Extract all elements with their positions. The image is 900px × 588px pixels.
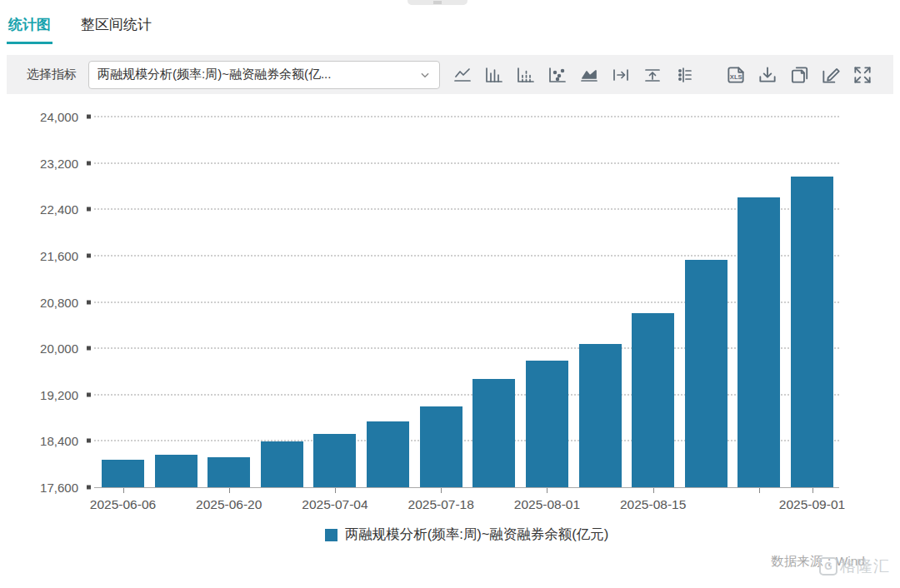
gridline — [94, 301, 839, 303]
bar[interactable] — [526, 361, 568, 487]
download-icon[interactable] — [756, 63, 779, 87]
indicator-dropdown-value: 两融规模分析(频率:周)~融资融券余额(亿... — [98, 67, 414, 82]
chevron-down-icon — [419, 69, 431, 81]
bar[interactable] — [313, 434, 356, 487]
y-axis-tick-label: 22,400 — [5, 202, 78, 217]
y-axis-tick-marker — [87, 253, 91, 257]
y-axis-tick-marker — [87, 439, 91, 443]
tab-statistics-chart[interactable]: 统计图 — [8, 15, 51, 44]
shift-right-icon[interactable] — [609, 63, 632, 87]
line-chart-icon[interactable] — [451, 63, 474, 87]
y-axis-tick-marker — [87, 115, 91, 119]
x-axis-tick — [123, 488, 124, 493]
x-axis-tick — [547, 488, 548, 493]
gridline — [94, 347, 839, 349]
legend[interactable]: 两融规模分析(频率:周)~融资融券余额(亿元) — [94, 526, 839, 544]
x-axis-label: 2025-08-15 — [620, 497, 686, 512]
chart-toolbar: 选择指标 两融规模分析(频率:周)~融资融券余额(亿... — [7, 55, 893, 94]
bar[interactable] — [791, 177, 833, 487]
bar-chart-icon[interactable] — [482, 63, 506, 87]
x-axis-label: 2025-07-18 — [408, 497, 474, 512]
bar[interactable] — [579, 344, 622, 487]
gridline — [94, 208, 839, 210]
x-axis-tick — [229, 488, 230, 493]
bar[interactable] — [261, 441, 303, 487]
x-axis-label: 2025-07-04 — [302, 497, 368, 512]
export-top-icon[interactable] — [641, 63, 664, 87]
gridline — [94, 162, 839, 164]
watermark: G 格隆汇 — [819, 556, 890, 577]
bar[interactable] — [472, 379, 515, 487]
bar[interactable] — [738, 197, 780, 487]
copy-icon[interactable] — [788, 63, 811, 87]
bar[interactable] — [685, 260, 728, 487]
gridline — [94, 440, 839, 441]
y-axis-tick-marker — [87, 161, 91, 165]
collapsed-panel-handle[interactable] — [408, 0, 468, 5]
scatter-chart-icon[interactable] — [546, 63, 569, 87]
gelonghui-logo-icon: G — [819, 557, 838, 576]
y-axis-tick-label: 18,400 — [5, 434, 78, 448]
gridline — [94, 394, 839, 396]
x-axis-line — [94, 487, 839, 488]
x-axis-tick — [759, 488, 760, 493]
gridline — [94, 255, 839, 257]
y-axis-tick-marker — [87, 300, 91, 304]
x-axis-tick — [441, 488, 442, 493]
x-axis-tick — [653, 488, 654, 493]
axis-settings-icon[interactable] — [672, 63, 696, 87]
bar[interactable] — [420, 406, 462, 487]
indicator-select-label: 选择指标 — [27, 67, 77, 82]
x-axis-label: 2025-06-06 — [90, 497, 156, 512]
tab-whole-interval-stats[interactable]: 整区间统计 — [81, 15, 152, 44]
y-axis-tick-label: 21,600 — [5, 248, 78, 262]
xls-export-icon[interactable]: XLS — [724, 63, 748, 87]
x-axis-label: 2025-06-20 — [196, 497, 262, 512]
legend-swatch — [325, 529, 338, 541]
indicator-dropdown[interactable]: 两融规模分析(频率:周)~融资融券余额(亿... — [88, 61, 440, 89]
y-axis-tick-label: 20,000 — [5, 341, 78, 356]
y-axis-tick-label: 20,800 — [5, 295, 78, 309]
watermark-text: 格隆汇 — [840, 556, 890, 577]
area-chart-icon[interactable] — [578, 63, 601, 87]
bar[interactable] — [632, 313, 674, 487]
statistics-chart-panel: 统计图 整区间统计 选择指标 两融规模分析(频率:周)~融资融券余额(亿... — [0, 0, 900, 588]
handle-grip — [433, 1, 442, 4]
y-axis-tick-label: 17,600 — [5, 481, 78, 495]
dashed-bar-chart-icon[interactable] — [514, 63, 538, 87]
x-axis-tick — [812, 488, 813, 493]
legend-label: 两融规模分析(频率:周)~融资融券余额(亿元) — [345, 526, 609, 544]
x-axis-label: 2025-08-01 — [514, 497, 580, 512]
chart-type-toolbar: XLS — [451, 63, 882, 87]
y-axis-tick-label: 19,200 — [5, 387, 78, 401]
svg-text:XLS: XLS — [730, 73, 742, 81]
bar[interactable] — [155, 455, 198, 487]
tab-bar: 统计图 整区间统计 — [8, 15, 152, 44]
bar[interactable] — [102, 460, 144, 487]
x-axis-label: 2025-09-01 — [779, 497, 845, 512]
y-axis-tick-marker — [87, 346, 91, 351]
bar[interactable] — [208, 457, 250, 487]
bar[interactable] — [367, 421, 409, 487]
y-axis-tick-label: 23,200 — [5, 156, 78, 170]
y-axis-tick-label: 24,000 — [5, 110, 78, 124]
y-axis-tick-marker — [87, 207, 91, 212]
y-axis-tick-marker — [87, 392, 91, 396]
y-axis-tick-marker — [87, 486, 91, 490]
gridline — [94, 116, 839, 117]
x-axis-tick — [335, 488, 336, 493]
fullscreen-icon[interactable] — [851, 63, 874, 87]
edit-icon[interactable] — [819, 63, 842, 87]
